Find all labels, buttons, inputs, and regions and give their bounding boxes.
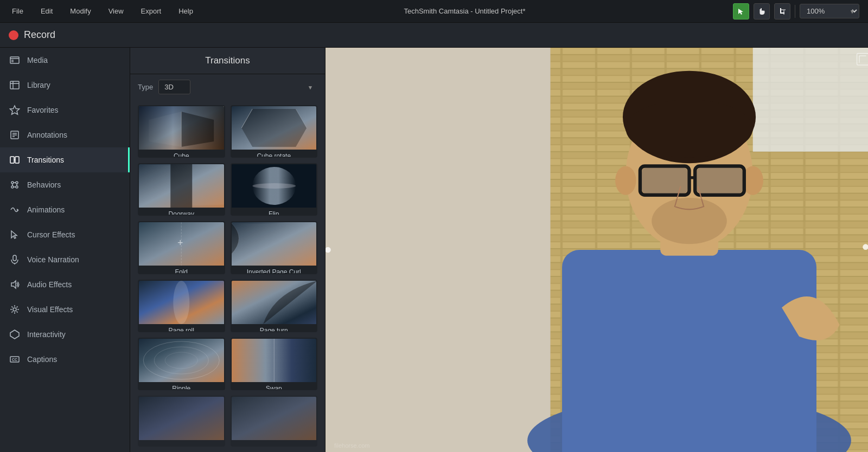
svg-rect-80 <box>753 48 868 152</box>
svg-point-38 <box>13 308 16 311</box>
ripple-thumb-svg <box>139 339 224 382</box>
library-icon <box>9 79 21 91</box>
transition-item-cube-rotate[interactable]: Cube rotate <box>231 105 318 158</box>
media-label: Media <box>27 56 48 64</box>
hand-tool-button[interactable] <box>754 3 770 20</box>
sidebar-item-animations[interactable]: Animations <box>0 197 130 222</box>
svg-marker-44 <box>149 112 181 147</box>
svg-rect-53 <box>192 164 224 206</box>
page-turn-label: Page turn <box>232 324 317 332</box>
cube-thumb <box>139 106 224 150</box>
svg-rect-42 <box>139 106 224 150</box>
sidebar-item-annotations[interactable]: Annotations <box>0 122 130 147</box>
transition-item-fold[interactable]: + Fold <box>138 221 225 274</box>
page-turn-thumb <box>232 281 317 324</box>
swap-label: Swap <box>232 382 317 390</box>
partial1-thumb <box>139 397 224 440</box>
svg-point-56 <box>252 183 296 189</box>
fold-label: Fold <box>139 266 224 274</box>
svg-rect-92 <box>642 168 687 193</box>
sidebar-item-behaviors[interactable]: Behaviors <box>0 172 130 197</box>
type-select[interactable]: 3D 2D All <box>158 80 190 94</box>
menu-modify[interactable]: Modify <box>67 5 94 17</box>
sidebar-item-favorites[interactable]: Favorites <box>0 98 130 122</box>
captions-icon: CC <box>9 353 21 365</box>
svg-text:CC: CC <box>12 358 17 361</box>
toolbar-tools: 50% 75% 100% 125% 150% 200% ▼ <box>733 3 859 20</box>
svg-text:+: + <box>177 237 183 248</box>
transition-item-inverted-page-curl[interactable]: Inverted Page Curl <box>231 221 318 274</box>
interactivity-label: Interactivity <box>27 330 66 339</box>
behaviors-label: Behaviors <box>27 180 61 189</box>
transitions-icon <box>9 154 21 166</box>
video-preview-svg <box>326 48 868 452</box>
sidebar-item-cursor-effects[interactable]: Cursor Effects <box>0 222 130 247</box>
doorway-thumb-svg <box>139 164 224 208</box>
audio-effects-icon <box>9 279 21 290</box>
svg-point-86 <box>626 100 752 158</box>
sidebar-item-library[interactable]: Library <box>0 73 130 98</box>
fold-thumb: + <box>139 222 224 266</box>
animations-icon <box>9 204 21 216</box>
toolbar-divider <box>795 5 795 18</box>
record-bar: Record <box>0 23 868 48</box>
transition-item-cube[interactable]: Cube <box>138 105 225 158</box>
partial1-label <box>139 440 224 445</box>
video-scene: filehorse.com <box>326 48 868 452</box>
transition-item-partial1[interactable] <box>138 396 225 447</box>
sidebar-item-audio-effects[interactable]: Audio Effects <box>0 272 130 297</box>
svg-rect-27 <box>13 255 16 261</box>
visual-effects-label: Visual Effects <box>27 305 73 314</box>
svg-point-62 <box>173 281 189 324</box>
watermark: filehorse.com <box>334 442 369 449</box>
menu-help[interactable]: Help <box>175 5 196 17</box>
cursor-icon <box>737 8 745 15</box>
transition-item-page-turn[interactable]: Page turn <box>231 280 318 332</box>
sidebar-item-transitions[interactable]: Transitions <box>0 147 130 172</box>
type-select-wrap: 3D 2D All ▼ <box>158 80 317 94</box>
cube-rotate-thumb-svg <box>232 106 317 150</box>
transition-item-doorway[interactable]: Doorway <box>138 163 225 216</box>
sidebar-item-media[interactable]: Media <box>0 48 130 73</box>
menu-edit[interactable]: Edit <box>37 5 56 17</box>
transition-item-partial2[interactable] <box>231 396 318 447</box>
transitions-grid: Cube Cube rotate <box>130 100 325 452</box>
inverted-page-curl-thumb <box>232 222 317 266</box>
sidebar-item-voice-narration[interactable]: Voice Narration <box>0 247 130 272</box>
sidebar-item-interactivity[interactable]: Interactivity <box>0 322 130 347</box>
app-title: TechSmith Camtasia - Untitled Project* <box>404 7 525 15</box>
doorway-label: Doorway <box>139 208 224 216</box>
interactivity-icon <box>9 328 21 340</box>
inverted-page-curl-label: Inverted Page Curl <box>232 266 317 274</box>
partial1-thumb-svg <box>139 397 224 440</box>
sidebar-item-captions[interactable]: CC Captions <box>0 347 130 372</box>
svg-rect-70 <box>139 397 224 440</box>
zoom-select[interactable]: 50% 75% 100% 125% 150% 200% <box>800 4 859 18</box>
svg-rect-82 <box>562 250 816 452</box>
transition-item-page-roll[interactable]: Page roll <box>138 280 225 332</box>
ripple-thumb <box>139 339 224 382</box>
transitions-label: Transitions <box>27 156 64 164</box>
svg-rect-16 <box>15 157 19 163</box>
svg-point-87 <box>615 166 636 195</box>
swap-thumb <box>232 339 317 382</box>
select-tool-button[interactable] <box>733 3 749 20</box>
fold-thumb-svg: + <box>139 222 224 266</box>
svg-line-35 <box>17 312 18 313</box>
inverted-page-curl-thumb-svg <box>232 222 317 266</box>
menu-export[interactable]: Export <box>138 5 165 17</box>
main-area: Media Library Favorites Annotations Tran <box>0 48 868 452</box>
svg-rect-0 <box>780 8 781 12</box>
transition-item-flip[interactable]: Flip <box>231 163 318 216</box>
menu-file[interactable]: File <box>9 5 27 17</box>
crop-tool-button[interactable] <box>774 3 790 20</box>
ripple-label: Ripple <box>139 382 224 390</box>
sidebar-item-visual-effects[interactable]: Visual Effects <box>0 297 130 322</box>
menu-view[interactable]: View <box>105 5 127 17</box>
partial2-label <box>232 440 317 445</box>
transition-item-ripple[interactable]: Ripple <box>138 338 225 390</box>
transitions-panel: Transitions Type 3D 2D All ▼ <box>130 48 326 452</box>
flip-thumb-svg <box>232 164 317 208</box>
svg-rect-51 <box>170 164 192 208</box>
transition-item-swap[interactable]: Swap <box>231 338 318 390</box>
